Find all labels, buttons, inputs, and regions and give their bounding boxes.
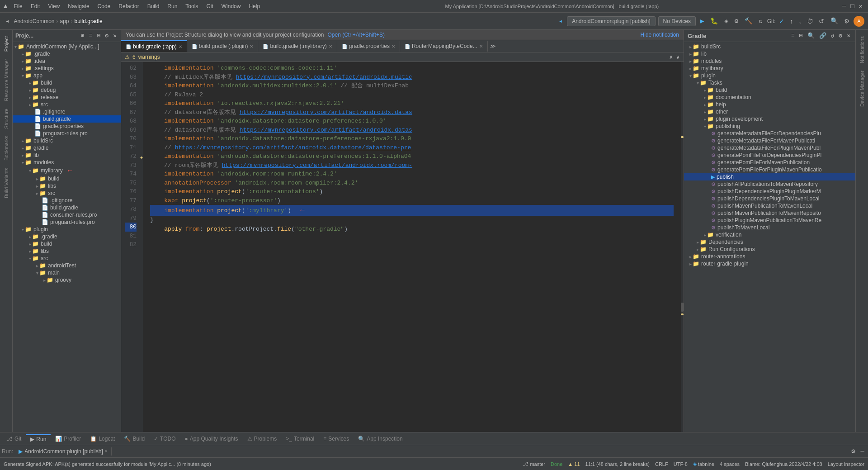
bottom-tab-profiler[interactable]: 📊 Profiler xyxy=(51,435,85,443)
tree-arrow-src-app[interactable]: ▸ xyxy=(29,102,31,107)
gradle-arrow-modules[interactable]: ▸ xyxy=(689,59,692,64)
tree-item-lib[interactable]: ▸ 📁 lib xyxy=(13,152,121,159)
gradle-arrow-help[interactable]: ▸ xyxy=(704,102,706,107)
gradle-item-dependencies[interactable]: ▸ 📁 Dependencies xyxy=(684,238,855,246)
back-icon[interactable]: ◂ xyxy=(4,16,11,26)
side-tab-resource-manager[interactable]: Resource Manager xyxy=(2,56,10,104)
menu-refactor[interactable]: Refactor xyxy=(115,2,142,10)
tree-arrow-build-app[interactable]: ▸ xyxy=(29,81,31,85)
bottom-tab-problems[interactable]: ⚠ Problems xyxy=(243,435,282,443)
minimize-button[interactable]: ─ xyxy=(840,2,848,11)
git-commit-icon[interactable]: ✓ xyxy=(777,17,786,26)
gradle-arrow-router-gradle-plugin[interactable]: ▸ xyxy=(689,261,692,266)
gradle-arrow-lib[interactable]: ▸ xyxy=(689,52,692,57)
tree-arrow-lib[interactable]: ▸ xyxy=(22,153,24,158)
tree-item-groovy[interactable]: ▸ 📁 groovy xyxy=(13,276,121,284)
git-revert-icon[interactable]: ↺ xyxy=(817,17,826,26)
gradle-item-help[interactable]: ▸ 📁 help xyxy=(684,101,855,108)
tree-arrow-buildsrc[interactable]: ▸ xyxy=(22,138,24,143)
gradle-item-publishdep-mavenlocal[interactable]: ⚙ publishDependenciesPluginToMavenLocal xyxy=(684,195,855,202)
side-tab-build-variants[interactable]: Build Variants xyxy=(2,165,10,201)
run-config-dropdown-icon[interactable]: ◂ xyxy=(557,16,564,26)
tree-arrow-debug[interactable]: ▸ xyxy=(29,88,31,93)
tree-item-gradle-root[interactable]: ▸ 📁 gradle xyxy=(13,144,121,152)
menu-git[interactable]: Git xyxy=(203,2,217,10)
gradle-collapse-icon[interactable]: ⊟ xyxy=(798,32,804,40)
tree-item-proguard-app[interactable]: 📄 proguard-rules.pro xyxy=(13,130,121,137)
tree-arrow-libs-plugin[interactable]: ▸ xyxy=(29,249,31,254)
gradle-settings-icon[interactable]: ⚙ xyxy=(837,32,844,40)
tree-item-release[interactable]: ▸ 📁 release xyxy=(13,94,121,101)
gradle-arrow-dependencies[interactable]: ▸ xyxy=(697,240,699,245)
run-button[interactable]: ▶ xyxy=(698,16,706,26)
gradle-item-modules[interactable]: ▸ 📁 modules xyxy=(684,57,855,65)
tree-item-mylibrary[interactable]: ▾ 📁 mylibrary ← xyxy=(13,166,121,175)
tree-item-app[interactable]: ▾ 📁 app xyxy=(13,72,121,79)
tree-item-idea[interactable]: ▸ 📁 .idea xyxy=(13,57,121,65)
bottom-tab-run[interactable]: ▶ Run xyxy=(26,434,51,443)
tree-arrow-settings[interactable]: ▸ xyxy=(22,66,24,71)
gradle-refresh-icon[interactable]: ↺ xyxy=(830,32,836,40)
tree-arrow-gradle-plugin[interactable]: ▸ xyxy=(29,234,31,239)
status-git[interactable]: ⎇ master xyxy=(523,461,545,467)
gradle-item-run-configs[interactable]: ▸ 📁 Run Configurations xyxy=(684,246,855,253)
tree-item-androidcommon[interactable]: ▾ 📁 AndroidCommon [My Applic...] xyxy=(13,43,121,50)
tab-router-mapping[interactable]: 📄 RouterMappingByteCode... ✕ xyxy=(400,41,488,52)
gradle-item-generatemetadata-dep[interactable]: ⚙ generateMetadataFileForDependenciesPlu xyxy=(684,130,855,137)
tree-arrow-androidcommon[interactable]: ▾ xyxy=(14,44,17,49)
tab-close-build-gradle-app[interactable]: ✕ xyxy=(179,44,182,49)
gradle-search-icon[interactable]: 🔍 xyxy=(806,32,816,40)
run-tab-main[interactable]: ▶ AndroidCommon:plugin [publish] × xyxy=(15,447,111,456)
tree-arrow-plugin[interactable]: ▾ xyxy=(22,227,24,232)
tree-item-build-gradle-app[interactable]: 📄 build.gradle xyxy=(13,115,121,123)
gradle-item-tasks[interactable]: ▾ 📁 Tasks xyxy=(684,79,855,86)
menu-window[interactable]: Window xyxy=(218,2,245,10)
tree-arrow-build-plugin[interactable]: ▸ xyxy=(29,242,31,247)
side-tab-device-manager[interactable]: Device Manager xyxy=(858,68,866,109)
tree-item-gradle-props[interactable]: 📄 gradle.properties xyxy=(13,123,121,130)
bottom-tab-services[interactable]: ≡ Services xyxy=(319,435,354,443)
gradle-item-publishto-mavenlocal[interactable]: ⚙ publishToMavenLocal xyxy=(684,224,855,231)
menu-code[interactable]: Code xyxy=(94,2,114,10)
gradle-item-publishall[interactable]: ⚙ publishAllPublicationsToMavenRepositor… xyxy=(684,180,855,188)
sync-button[interactable]: ↻ xyxy=(757,16,764,26)
gradle-item-other[interactable]: ▸ 📁 other xyxy=(684,108,855,115)
notification-open-button[interactable]: Open (Ctrl+Alt+Shift+S) xyxy=(328,32,385,38)
git-pull-icon[interactable]: ↓ xyxy=(797,17,803,26)
tree-item-build-plugin[interactable]: ▸ 📁 build xyxy=(13,240,121,247)
gradle-item-router-gradle-plugin[interactable]: ▸ 📁 router-gradle-plugin xyxy=(684,260,855,267)
gradle-arrow-build-task[interactable]: ▸ xyxy=(704,88,706,93)
tree-item-modules[interactable]: ▾ 📁 modules xyxy=(13,159,121,166)
tree-arrow-app[interactable]: ▾ xyxy=(22,73,24,78)
tree-item-build-app[interactable]: ▸ 📁 build xyxy=(13,79,121,86)
sidebar-collapse-icon[interactable]: ≡ xyxy=(88,32,94,40)
tree-arrow-src-mylib[interactable]: ▸ xyxy=(36,191,38,196)
run-minimize-icon[interactable]: — xyxy=(859,446,866,456)
user-avatar[interactable]: A xyxy=(854,16,864,27)
status-line-ending[interactable]: CRLF xyxy=(655,461,668,467)
status-warnings[interactable]: ▲ 11 xyxy=(568,461,580,467)
gradle-arrow-buildsrc[interactable]: ▸ xyxy=(689,44,692,49)
tree-item-gitignore-app[interactable]: 📄 .gitignore xyxy=(13,108,121,115)
bottom-tab-terminal[interactable]: >_ Terminal xyxy=(281,435,319,443)
sidebar-settings-icon[interactable]: ⚙ xyxy=(104,32,110,40)
gradle-item-generatemetadata-maven[interactable]: ⚙ generateMetadataFileForMavenPublicati xyxy=(684,137,855,144)
build-button[interactable]: 🔨 xyxy=(743,16,754,26)
tree-item-src-mylib[interactable]: ▸ 📁 src xyxy=(13,190,121,197)
tree-item-libs-mylib[interactable]: ▸ 📁 libs xyxy=(13,182,121,190)
tree-arrow-gradle[interactable]: ▸ xyxy=(22,52,24,57)
code-editor[interactable]: 62 63 64 65 66 67 68 69 70 71 72 73 74 7… xyxy=(121,62,684,432)
gradle-item-buildsrc[interactable]: ▸ 📁 buildSrc xyxy=(684,43,855,50)
git-history-icon[interactable]: ⏱ xyxy=(805,17,815,26)
menu-navigate[interactable]: Navigate xyxy=(64,2,93,10)
gradle-item-generatemetadata-plugin[interactable]: ⚙ generateMetadataFileForPluginMavenPubl xyxy=(684,144,855,152)
settings-icon[interactable]: ⚙ xyxy=(843,16,851,27)
side-tab-project[interactable]: Project xyxy=(2,33,10,54)
gradle-item-generatepom-dep[interactable]: ⚙ generatePomFileForDependenciesPluginPl xyxy=(684,152,855,159)
tree-item-settings[interactable]: ▸ 📁 .settings xyxy=(13,65,121,72)
run-tab-close[interactable]: × xyxy=(105,449,108,454)
tab-build-gradle-plugin[interactable]: 📄 build.gradle (:plugin) ✕ xyxy=(187,41,259,52)
gradle-arrow-router-annotations[interactable]: ▸ xyxy=(689,254,692,259)
gradle-item-publishmaven-local[interactable]: ⚙ publishMavenPublicationToMavenLocal xyxy=(684,202,855,209)
gradle-item-publishplugin-maven[interactable]: ⚙ publishPluginMavenPublicationToMavenRe xyxy=(684,217,855,224)
